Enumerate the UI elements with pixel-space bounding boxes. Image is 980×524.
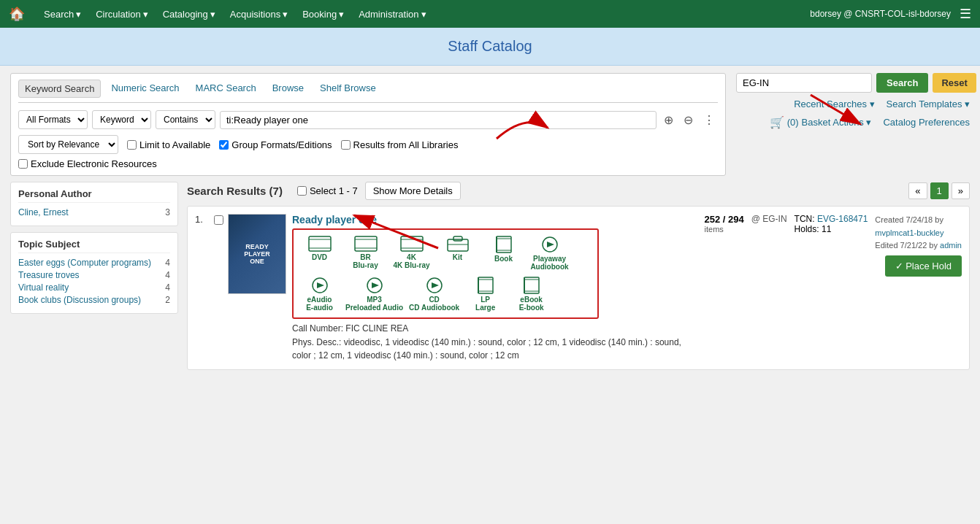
result-call-number: Call Number: FIC CLINE REA <box>292 323 699 334</box>
personal-author-facet: Personal Author Cline, Ernest 3 <box>10 182 178 226</box>
result-item-1: 1. READYPLAYERONE Ready player one <box>187 206 970 370</box>
basket-count: (0) <box>787 117 799 128</box>
basket-actions-label: Basket Actions ▾ <box>802 117 872 128</box>
home-icon[interactable]: 🏠 <box>9 6 25 22</box>
format-kit[interactable]: Kit <box>437 236 478 271</box>
result-created-info: Created 7/24/18 by mvplmcat1-buckley Edi… <box>875 214 962 253</box>
facet-easter-eggs[interactable]: Easter eggs (Computer programs) <box>18 258 151 268</box>
results-title: Search Results (7) <box>187 185 283 197</box>
dvd-icon <box>308 236 332 252</box>
format-dvd[interactable]: DVD <box>299 236 340 271</box>
result-body: Ready player one <box>292 214 699 362</box>
result-select-checkbox[interactable] <box>214 215 223 225</box>
limit-available-checkbox[interactable] <box>127 140 137 150</box>
basket-row: 🛒 (0) Basket Actions ▾ Catalog Preferenc… <box>736 115 970 129</box>
facet-count-book-clubs: 2 <box>165 295 170 305</box>
next-page-button[interactable]: » <box>952 182 970 199</box>
search-tabs: Keyword Search Numeric Search MARC Searc… <box>18 80 718 103</box>
group-formats-label[interactable]: Group Formats/Editions <box>219 139 332 150</box>
format-book[interactable]: Book <box>483 236 524 271</box>
ebook-icon <box>521 277 542 294</box>
created-user-link[interactable]: mvplmcat1-buckley <box>875 228 943 237</box>
exclude-electronic-label[interactable]: Exclude Electronic Resources <box>18 158 157 169</box>
book-icon <box>494 236 514 253</box>
edited-user-link[interactable]: admin <box>940 241 962 250</box>
catalog-preferences-link[interactable]: Catalog Preferences <box>883 117 970 128</box>
facet-item-treasure-troves: Treasure troves 4 <box>18 270 170 280</box>
prev-page-button[interactable]: « <box>908 182 927 199</box>
nav-circulation[interactable]: Circulation ▾ <box>88 9 155 20</box>
facet-count-treasure-troves: 4 <box>165 270 170 280</box>
select-all-checkbox[interactable] <box>297 186 307 196</box>
tab-marc-search[interactable]: MARC Search <box>190 80 262 98</box>
format-large-print[interactable]: LPLarge <box>465 277 505 312</box>
kit-icon <box>447 236 469 252</box>
qualifier-select[interactable]: Contains <box>156 110 215 129</box>
nav-administration[interactable]: Administration ▾ <box>351 9 433 20</box>
cd-audiobook-icon <box>424 277 445 294</box>
page-1-button[interactable]: 1 <box>930 182 949 199</box>
result-title-link[interactable]: Ready player one <box>292 214 699 226</box>
recent-searches-link[interactable]: Recent Searches ▾ <box>794 99 874 109</box>
filter-row: Sort by Relevance Limit to Available Gro… <box>18 135 718 154</box>
limit-available-label[interactable]: Limit to Available <box>127 139 210 150</box>
nav-search[interactable]: Search ▾ <box>37 9 88 20</box>
select-all-label[interactable]: Select 1 - 7 <box>297 185 358 196</box>
format-preloaded-audio[interactable]: MP3Preloaded Audio <box>345 277 403 312</box>
show-more-details-button[interactable]: Show More Details <box>365 182 461 200</box>
facet-virtual-reality[interactable]: Virtual reality <box>18 282 69 293</box>
exclude-electronic-checkbox[interactable] <box>18 159 28 169</box>
playaway-audiobook-icon <box>540 236 560 253</box>
location-input[interactable] <box>736 73 872 93</box>
sort-select[interactable]: Sort by Relevance <box>18 135 118 154</box>
tcn-link[interactable]: EVG-168471 <box>817 214 868 224</box>
group-formats-checkbox[interactable] <box>219 140 229 150</box>
search-panel: Keyword Search Numeric Search MARC Searc… <box>10 73 726 176</box>
nav-acquisitions[interactable]: Acquisitions ▾ <box>223 9 295 20</box>
tab-numeric-search[interactable]: Numeric Search <box>105 80 185 98</box>
format-4k-bluray[interactable]: 4K4K Blu-ray <box>391 236 432 271</box>
format-ebook[interactable]: eBookE-book <box>511 277 551 312</box>
user-info: bdorsey @ CNSRT-COL-isl-bdorsey <box>810 9 951 19</box>
place-hold-button[interactable]: ✓ Place Hold <box>885 255 962 277</box>
format-cd-audiobook[interactable]: CDCD Audiobook <box>409 277 459 312</box>
page-title: Staff Catalog <box>448 38 532 54</box>
search-query-input[interactable] <box>220 111 656 129</box>
tab-browse[interactable]: Browse <box>267 80 310 98</box>
reset-button[interactable]: Reset <box>933 73 976 93</box>
bluray-icon <box>354 236 378 252</box>
topic-subject-facet: Topic Subject Easter eggs (Computer prog… <box>10 232 178 314</box>
remove-search-row-icon[interactable]: ⊖ <box>681 112 696 128</box>
result-meta-top: 252 / 294 items @ EG-IN TCN: EVG-1684 <box>705 214 962 253</box>
facet-treasure-troves[interactable]: Treasure troves <box>18 270 80 280</box>
tab-keyword-search[interactable]: Keyword Search <box>18 80 101 98</box>
format-select[interactable]: All Formats <box>18 110 88 129</box>
result-number: 1. <box>195 214 210 225</box>
format-playaway-audiobook[interactable]: PlayawayAudiobook <box>529 236 570 271</box>
search-button[interactable]: Search <box>876 73 928 93</box>
format-bluray[interactable]: BRBlu-ray <box>345 236 386 271</box>
personal-author-title: Personal Author <box>18 188 170 203</box>
results-all-libraries-label[interactable]: Results from All Libraries <box>341 139 459 150</box>
hamburger-menu-icon[interactable]: ☰ <box>960 6 971 22</box>
result-phys-desc: Phys. Desc.: videodisc, 1 videodisc (140… <box>292 336 699 362</box>
add-search-row-icon[interactable]: ⊕ <box>661 112 676 128</box>
nav-booking[interactable]: Booking ▾ <box>295 9 351 20</box>
search-type-select[interactable]: Keyword <box>92 110 151 129</box>
nav-cataloging[interactable]: Cataloging ▾ <box>156 9 223 20</box>
search-section: Keyword Search Numeric Search MARC Searc… <box>10 73 970 176</box>
search-templates-link[interactable]: Search Templates ▾ <box>887 99 970 109</box>
search-right-panel: Search Reset Recent Searches ▾ Search Te… <box>736 73 970 176</box>
svg-rect-3 <box>355 236 377 251</box>
basket-actions-button[interactable]: 🛒 (0) Basket Actions ▾ <box>770 115 872 129</box>
results-all-libraries-checkbox[interactable] <box>341 140 351 150</box>
facets-panel: Personal Author Cline, Ernest 3 Topic Su… <box>10 182 178 376</box>
facet-book-clubs[interactable]: Book clubs (Discussion groups) <box>18 295 141 305</box>
exclude-row: Exclude Electronic Resources <box>18 158 718 169</box>
more-options-icon[interactable]: ⋮ <box>700 112 718 128</box>
facet-author-cline[interactable]: Cline, Ernest <box>18 207 69 217</box>
format-eaudio[interactable]: eAudioE-audio <box>299 277 340 312</box>
top-navigation: 🏠 Search ▾ Circulation ▾ Cataloging ▾ Ac… <box>0 0 980 28</box>
tab-shelf-browse[interactable]: Shelf Browse <box>314 80 382 98</box>
svg-rect-0 <box>309 236 331 251</box>
